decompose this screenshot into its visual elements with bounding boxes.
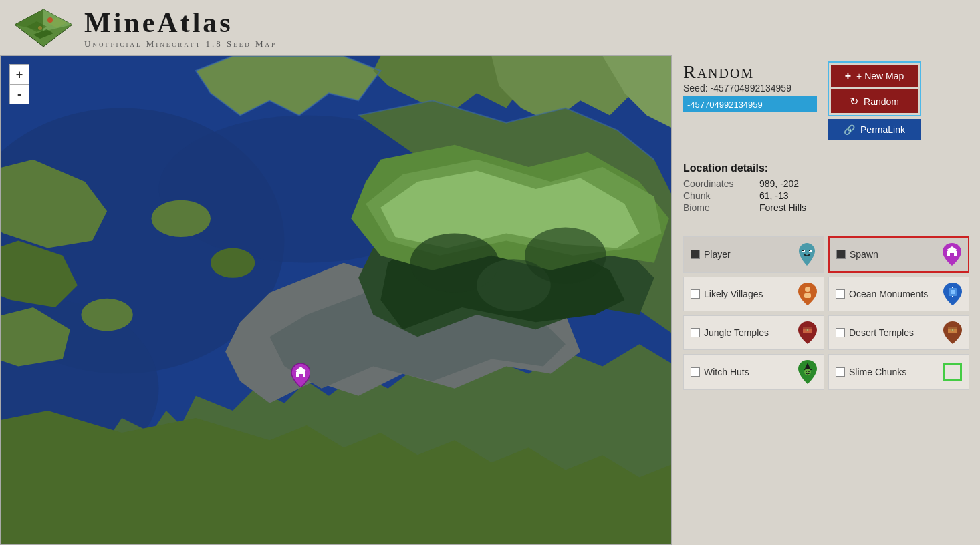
poi-desert-temples[interactable]: Desert Temples <box>828 315 969 350</box>
coordinates-value: 989, -202 <box>759 178 799 189</box>
svg-point-15 <box>81 299 132 331</box>
permalink-button[interactable]: 🔗 PermaLink <box>828 119 921 140</box>
svg-point-14 <box>211 248 255 278</box>
biome-value: Forest Hills <box>759 202 806 213</box>
jungle-temples-icon <box>798 321 817 344</box>
svg-rect-28 <box>804 293 811 298</box>
poi-jungle-temples[interactable]: Jungle Temples <box>683 315 824 350</box>
chunk-row: Chunk 61, -13 <box>683 190 969 201</box>
title-buttons-row: Random Seed: -457704992134959 + + New Ma… <box>683 61 969 140</box>
villages-icon <box>798 283 817 305</box>
action-buttons: + + New Map ↻ Random 🔗 PermaLink <box>828 61 921 140</box>
witch-huts-icon <box>798 360 817 384</box>
coordinates-row: Coordinates 989, -202 <box>683 178 969 189</box>
witch-huts-checkbox[interactable] <box>691 367 700 377</box>
permalink-label: PermaLink <box>860 124 905 135</box>
header-text: MineAtlas Unofficial Minecraft 1.8 Seed … <box>84 7 277 49</box>
player-icon <box>797 243 817 266</box>
random-button[interactable]: ↻ Random <box>831 89 918 113</box>
svg-point-18 <box>525 228 606 284</box>
random-label: Random <box>864 96 899 107</box>
map-visual <box>1 56 671 544</box>
monuments-label: Ocean Monuments <box>849 289 928 299</box>
app-title: MineAtlas <box>84 7 277 39</box>
location-title: Location details: <box>683 162 969 174</box>
svg-point-13 <box>151 200 210 237</box>
divider-2 <box>683 224 969 224</box>
spawn-marker <box>291 363 310 390</box>
poi-player[interactable]: Player <box>683 236 824 272</box>
spawn-pin-icon <box>291 363 310 387</box>
chunk-value: 61, -13 <box>759 190 789 201</box>
poi-slime-chunks[interactable]: Slime Chunks <box>828 354 969 390</box>
villages-checkbox[interactable] <box>691 289 700 299</box>
poi-villages[interactable]: Likely Villages <box>683 277 824 311</box>
spawn-checkbox[interactable] <box>836 250 846 259</box>
divider-1 <box>683 150 969 150</box>
map-title-section: Random Seed: -457704992134959 <box>683 61 817 140</box>
biome-row: Biome Forest Hills <box>683 202 969 213</box>
app-subtitle: Unofficial Minecraft 1.8 Seed Map <box>84 39 277 49</box>
poi-monuments[interactable]: Ocean Monuments <box>828 277 969 311</box>
biome-label: Biome <box>683 202 743 213</box>
map-title: Random <box>683 61 817 83</box>
map-container: + - <box>0 55 672 545</box>
player-checkbox[interactable] <box>691 250 700 259</box>
desert-temples-label: Desert Temples <box>849 327 914 338</box>
poi-grid: Player Spawn <box>683 236 969 390</box>
jungle-temples-checkbox[interactable] <box>691 328 700 337</box>
desert-temples-checkbox[interactable] <box>836 328 845 337</box>
zoom-in-button[interactable]: + <box>9 64 29 84</box>
svg-point-36 <box>807 329 809 331</box>
svg-point-44 <box>806 371 807 372</box>
slime-chunks-checkbox[interactable] <box>836 367 845 377</box>
coordinates-label: Coordinates <box>683 178 743 189</box>
sidebar: Random Seed: -457704992134959 + + New Ma… <box>672 55 980 545</box>
refresh-icon: ↻ <box>850 95 858 108</box>
jungle-temples-label: Jungle Temples <box>704 327 769 338</box>
svg-rect-30 <box>951 290 955 294</box>
poi-witch-huts[interactable]: Witch Huts <box>683 354 824 390</box>
zoom-out-button[interactable]: - <box>9 84 29 104</box>
slime-chunks-label: Slime Chunks <box>849 367 906 377</box>
desert-temples-icon <box>943 321 962 344</box>
svg-point-27 <box>805 287 810 292</box>
chunk-label: Chunk <box>683 190 743 201</box>
map-buttons-group: + + New Map ↻ Random <box>828 61 921 116</box>
witch-huts-label: Witch Huts <box>704 367 749 377</box>
seed-input[interactable] <box>683 96 817 112</box>
slime-chunks-icon <box>943 363 962 381</box>
main-content: + - Random Seed: -457704992134959 <box>0 55 980 545</box>
svg-rect-24 <box>809 250 810 251</box>
plus-icon: + <box>845 70 851 82</box>
seed-label: Seed: -457704992134959 <box>683 83 817 94</box>
spawn-label: Spawn <box>850 249 878 260</box>
monuments-checkbox[interactable] <box>836 289 845 299</box>
svg-point-7 <box>38 26 42 30</box>
spawn-icon <box>943 243 961 266</box>
poi-spawn[interactable]: Spawn <box>828 236 969 272</box>
new-map-button[interactable]: + + New Map <box>831 65 918 87</box>
svg-point-40 <box>952 329 954 331</box>
zoom-controls: + - <box>9 64 29 104</box>
svg-point-45 <box>808 371 810 372</box>
player-label: Player <box>704 249 731 260</box>
villages-label: Likely Villages <box>704 289 763 299</box>
location-details: Location details: Coordinates 989, -202 … <box>683 162 969 214</box>
link-icon: 🔗 <box>844 124 855 135</box>
app-logo <box>13 8 74 48</box>
monuments-icon <box>943 283 962 305</box>
header: MineAtlas Unofficial Minecraft 1.8 Seed … <box>0 0 980 55</box>
svg-rect-23 <box>802 250 804 251</box>
svg-point-6 <box>47 17 53 23</box>
